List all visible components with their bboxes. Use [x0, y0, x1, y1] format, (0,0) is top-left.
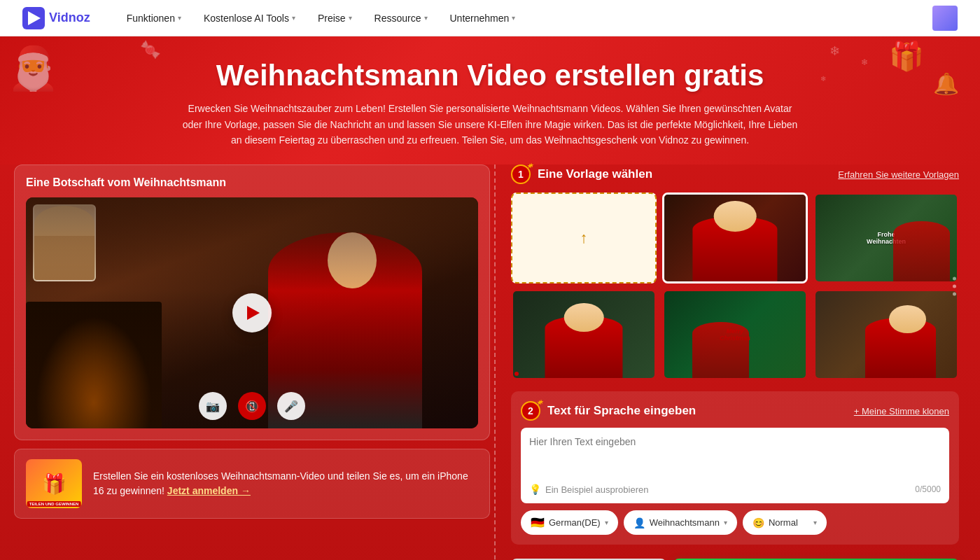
star-icon: ★	[538, 398, 544, 405]
person-icon: 👤	[634, 517, 645, 528]
hero-description: Erwecken Sie Weihnachtszauber zum Leben!…	[182, 101, 798, 148]
step1-title: Eine Vorlage wählen	[538, 167, 652, 181]
dropdowns-row: 🇩🇪 German(DE) ▾ 👤 Weihnachtsmann ▾ 😊 Nor…	[521, 510, 949, 535]
step2-section: 2 ★ Text für Sprache eingeben + Meine St…	[511, 391, 959, 545]
tone-dropdown[interactable]: 😊 Normal ▾	[743, 510, 827, 535]
promo-link[interactable]: Jetzt anmelden →	[167, 485, 251, 496]
chevron-down-icon: ▾	[724, 519, 727, 526]
chevron-down-icon: ▾	[424, 14, 428, 22]
step2-badge: 2	[521, 401, 540, 421]
video-preview: 📷 📵 🎤	[26, 197, 478, 428]
vidnoz-logo-icon	[22, 7, 45, 29]
star-icon: ★	[528, 162, 534, 169]
text-input[interactable]	[529, 436, 941, 478]
step1-badge: 1	[511, 164, 531, 184]
end-call-button[interactable]: 📵	[238, 392, 266, 420]
step2-header: 2 ★ Text für Sprache eingeben + Meine St…	[521, 401, 949, 421]
tip-icon: 💡	[529, 484, 541, 495]
scroll-dot	[953, 277, 956, 281]
promo-text: Erstellen Sie ein kostenloses Weihnachts…	[93, 469, 478, 498]
text-input-area: 💡 Ein Beispiel ausprobieren 0/5000	[521, 428, 949, 503]
step1-header: 1 ★ Eine Vorlage wählen Erfahren Sie wei…	[511, 164, 959, 184]
flag-icon: 🇩🇪	[531, 516, 545, 529]
step1-section: 1 ★ Eine Vorlage wählen Erfahren Sie wei…	[511, 164, 959, 380]
upload-arrow-icon: ↑	[580, 229, 588, 247]
nav-ai-tools[interactable]: Kostenlose AI Tools ▾	[192, 0, 307, 36]
nav-preise[interactable]: Preise ▾	[307, 0, 363, 36]
template-santa2[interactable]	[511, 289, 657, 380]
avatar[interactable]	[932, 6, 958, 31]
chevron-down-icon: ▾	[813, 519, 817, 526]
voice-dropdown[interactable]: 👤 Weihnachtsmann ▾	[624, 510, 737, 535]
template-santa3[interactable]	[813, 289, 959, 380]
more-templates-link[interactable]: Erfahren Sie weitere Vorlagen	[838, 169, 959, 180]
main-content: Eine Botschaft vom Weihnachtsmann	[0, 164, 980, 560]
nav-ressource[interactable]: Ressource ▾	[363, 0, 439, 36]
template-frohe[interactable]: FroheWeihnachten	[813, 192, 959, 284]
section-divider	[494, 164, 496, 560]
scroll-dot	[953, 285, 956, 288]
santa-bag-decoration: 🎅	[7, 43, 59, 93]
clone-voice-link[interactable]: + Meine Stimme klonen	[854, 406, 949, 416]
step1-badge-wrap: 1 ★	[511, 164, 531, 184]
nav-menu: Funktionen ▾ Kostenlose AI Tools ▾ Preis…	[115, 0, 932, 36]
play-triangle-icon	[247, 306, 260, 320]
language-dropdown[interactable]: 🇩🇪 German(DE) ▾	[521, 510, 618, 535]
snowflake-decoration: ❄	[820, 75, 826, 83]
snowflake-decoration: ❄	[861, 57, 868, 67]
gift-decoration: 🎁	[889, 40, 924, 73]
tone-icon: 😊	[752, 517, 764, 528]
scroll-dot	[953, 293, 956, 296]
right-panel: 1 ★ Eine Vorlage wählen Erfahren Sie wei…	[511, 164, 959, 560]
template-merry[interactable]: MerryChristmas	[662, 289, 808, 380]
promo-badge: TEILEN UND GEWINNEN	[27, 501, 81, 507]
left-panel: Eine Botschaft vom Weihnachtsmann	[14, 164, 490, 560]
logo-text: Vidnoz	[49, 10, 90, 25]
step2-badge-wrap: 2 ★	[521, 401, 540, 421]
chevron-down-icon: ▾	[292, 14, 295, 22]
chevron-down-icon: ▾	[605, 519, 608, 526]
promo-card: 🎁 TEILEN UND GEWINNEN Erstellen Sie ein …	[14, 449, 490, 519]
video-controls: 📷 📵 🎤	[199, 392, 305, 420]
navbar: Vidnoz Funktionen ▾ Kostenlose AI Tools …	[0, 0, 980, 36]
chevron-down-icon: ▾	[178, 14, 181, 22]
text-area-footer: 💡 Ein Beispiel ausprobieren 0/5000	[529, 484, 941, 495]
step2-title-row: 2 ★ Text für Sprache eingeben	[521, 401, 696, 421]
promo-gift-icon: 🎁 TEILEN UND GEWINNEN	[26, 459, 82, 508]
text-tip[interactable]: 💡 Ein Beispiel ausprobieren	[529, 484, 648, 495]
hero-banner: 🎅 Weihnachtsmann Video erstellen gratis …	[0, 36, 980, 164]
chevron-down-icon: ▾	[512, 14, 515, 22]
chevron-down-icon: ▾	[349, 14, 352, 22]
camera-button[interactable]: 📷	[199, 392, 227, 420]
scroll-indicator	[953, 277, 956, 296]
candy-decoration: 🍬	[140, 40, 161, 59]
bells-decoration: 🔔	[933, 71, 959, 96]
char-count: 0/5000	[915, 484, 941, 494]
step1-title-row: 1 ★ Eine Vorlage wählen	[511, 164, 652, 184]
nav-funktionen[interactable]: Funktionen ▾	[115, 0, 192, 36]
snowflake-decoration: ❄	[830, 43, 840, 59]
mute-button[interactable]: 🎤	[277, 392, 305, 420]
nav-unternehmen[interactable]: Unternehmen ▾	[439, 0, 527, 36]
video-panel-card: Eine Botschaft vom Weihnachtsmann	[14, 164, 490, 440]
play-button[interactable]	[232, 293, 272, 332]
hero-title: Weihnachtsmann Video erstellen gratis	[42, 59, 938, 92]
template-santa1[interactable]	[662, 192, 808, 284]
step2-title: Text für Sprache eingeben	[547, 404, 696, 418]
template-upload[interactable]: ↑	[511, 192, 657, 284]
panel-title: Eine Botschaft vom Weihnachtsmann	[26, 176, 478, 189]
logo[interactable]: Vidnoz	[22, 7, 90, 29]
template-grid: ↑ FroheWeihnachten	[511, 192, 959, 380]
